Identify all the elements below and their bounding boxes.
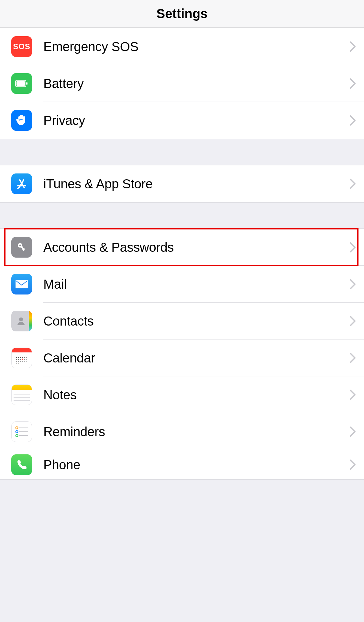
notes-icon: [11, 384, 32, 405]
row-itunes-appstore[interactable]: iTunes & App Store: [0, 165, 364, 202]
row-label: Accounts & Passwords: [43, 240, 174, 255]
svg-point-21: [18, 359, 19, 360]
row-calendar[interactable]: Calendar: [0, 339, 364, 376]
row-label: Privacy: [43, 113, 85, 128]
svg-point-9: [19, 245, 21, 246]
svg-rect-2: [26, 82, 28, 85]
row-label: Calendar: [43, 351, 95, 365]
row-phone[interactable]: Phone: [0, 450, 364, 479]
svg-point-20: [16, 359, 17, 360]
svg-point-24: [26, 359, 27, 360]
chevron-right-icon: [349, 459, 356, 470]
settings-section-3: Accounts & Passwords Mail Contacts: [0, 228, 364, 480]
svg-point-29: [24, 361, 25, 361]
svg-point-13: [19, 317, 23, 321]
row-privacy[interactable]: Privacy: [0, 102, 364, 139]
svg-point-38: [16, 435, 18, 437]
header: Settings: [0, 0, 364, 28]
row-label: Battery: [43, 76, 84, 91]
row-label: iTunes & App Store: [43, 177, 153, 191]
row-emergency-sos[interactable]: SOS Emergency SOS: [0, 28, 364, 65]
row-notes[interactable]: Notes: [0, 376, 364, 413]
svg-line-7: [18, 188, 18, 189]
section-gap: [0, 139, 364, 165]
chevron-right-icon: [349, 115, 356, 126]
svg-point-23: [24, 359, 25, 360]
chevron-right-icon: [349, 316, 356, 327]
svg-point-19: [26, 357, 27, 358]
svg-point-17: [22, 357, 23, 358]
row-reminders[interactable]: Reminders: [0, 413, 364, 450]
chevron-right-icon: [349, 178, 356, 189]
appstore-icon: [11, 173, 32, 194]
contacts-icon: [11, 311, 32, 331]
chevron-right-icon: [349, 242, 356, 253]
row-label: Phone: [43, 458, 80, 472]
key-icon: [11, 237, 32, 258]
svg-point-27: [20, 361, 21, 361]
hand-icon: [11, 110, 32, 131]
svg-point-30: [26, 361, 27, 361]
svg-point-33: [22, 359, 23, 360]
page-title: Settings: [157, 6, 208, 21]
settings-section-2: iTunes & App Store: [0, 165, 364, 203]
chevron-right-icon: [349, 352, 356, 363]
section-gap: [0, 203, 364, 228]
chevron-right-icon: [349, 426, 356, 437]
svg-point-22: [20, 359, 21, 360]
svg-rect-1: [17, 81, 25, 86]
row-mail[interactable]: Mail: [0, 266, 364, 303]
svg-point-18: [24, 357, 25, 358]
svg-point-28: [22, 361, 23, 361]
svg-point-25: [16, 361, 17, 361]
row-contacts[interactable]: Contacts: [0, 303, 364, 339]
chevron-right-icon: [349, 279, 356, 290]
svg-point-31: [16, 363, 17, 363]
svg-point-32: [18, 363, 19, 363]
chevron-right-icon: [349, 78, 356, 89]
row-battery[interactable]: Battery: [0, 65, 364, 102]
row-label: Contacts: [43, 314, 94, 328]
svg-point-36: [16, 431, 18, 433]
calendar-icon: [11, 348, 32, 368]
reminders-icon: [11, 421, 32, 442]
row-label: Emergency SOS: [43, 39, 138, 54]
chevron-right-icon: [349, 389, 356, 400]
svg-point-16: [20, 357, 21, 358]
row-label: Mail: [43, 277, 67, 292]
phone-icon: [11, 454, 32, 475]
row-label: Notes: [43, 388, 77, 402]
svg-point-34: [16, 427, 18, 429]
sos-icon: SOS: [11, 36, 32, 57]
svg-point-15: [18, 357, 19, 358]
chevron-right-icon: [349, 41, 356, 52]
mail-icon: [11, 274, 32, 294]
battery-icon: [11, 73, 32, 94]
svg-point-14: [16, 357, 17, 358]
svg-rect-12: [16, 280, 28, 288]
svg-point-26: [18, 361, 19, 361]
row-accounts-passwords[interactable]: Accounts & Passwords: [0, 229, 364, 266]
settings-section-1: SOS Emergency SOS Battery Privacy: [0, 28, 364, 139]
row-label: Reminders: [43, 425, 105, 439]
